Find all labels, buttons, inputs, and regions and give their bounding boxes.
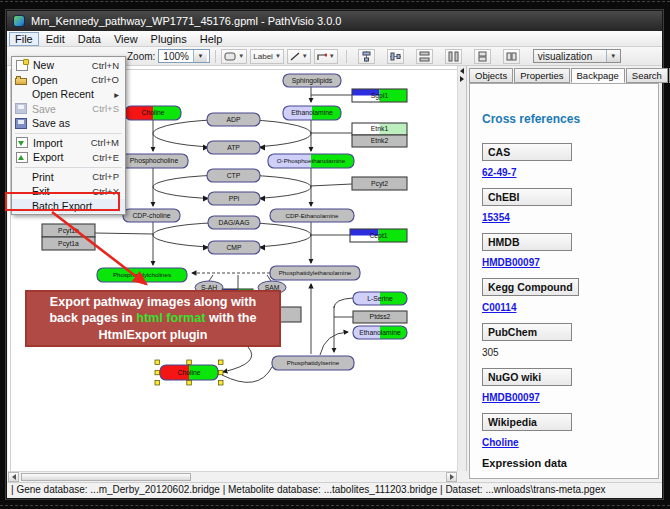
node-phosphatidylethanolamine[interactable]: Phosphatidylethanolamine [270,266,360,280]
submenu-arrow-icon: ▸ [114,89,119,100]
disk-icon [15,118,27,129]
selection-handle[interactable] [155,360,160,365]
xref-link-kegg-compound[interactable]: C00114 [482,302,516,313]
node-phosphatidylserine[interactable]: Phosphatidylserine [272,356,354,370]
node-pcyt1a[interactable]: Pcyt1a [42,237,95,250]
no-icon [15,171,27,182]
tab-backpage[interactable]: Backpage [571,68,625,83]
node-ethanolamine-bottom[interactable]: Ethanolamine [353,326,407,339]
node-cept1[interactable]: Cept1 [350,229,407,242]
menu-edit[interactable]: Edit [40,32,71,46]
node-cmp[interactable]: CMP [208,241,260,254]
node-sphingolipids[interactable]: Sphingolipids [283,74,341,87]
menu-item-export[interactable]: ExportCtrl+E [12,150,125,165]
selection-handle[interactable] [155,381,160,386]
scrollbar-thumb[interactable] [21,473,191,481]
node-sgpl1[interactable]: Sgpl1 [352,89,407,102]
connector-tool-button[interactable]: ▼ [314,49,338,64]
label-tool-button[interactable]: Label ▼ [250,49,284,64]
collapse-left-icon[interactable] [460,68,464,74]
node-ptdss2[interactable]: Ptdss2 [353,311,407,323]
menu-item-print[interactable]: PrintCtrl+P [12,170,125,185]
node-phosphatidylcholines[interactable]: Phosphatidylcholines [97,268,187,282]
pathway-edge [334,298,353,308]
collapse-right-icon[interactable] [460,76,464,82]
line-tool-button[interactable]: ▼ [287,49,311,64]
menu-item-save[interactable]: SaveCtrl+S [12,102,125,117]
selection-handle[interactable] [219,360,224,365]
stack-vertical-button[interactable] [474,49,491,64]
xref-value: 305 [482,347,658,358]
align-middle-button[interactable] [387,49,404,64]
splitter-divider[interactable] [457,66,467,471]
connector-icon [317,52,327,61]
line-icon [290,52,300,61]
node-adp[interactable]: ADP [207,113,260,126]
node-etnk2[interactable]: Etnk2 [352,135,407,147]
selection-handle[interactable] [219,381,224,386]
selection-handle[interactable] [219,370,224,375]
tab-properties[interactable]: Properties [514,68,569,83]
menu-file[interactable]: File [9,32,39,46]
node-ethanolamine-top[interactable]: Ethanolamine [283,106,341,120]
tab-search[interactable]: Search [626,68,668,83]
datanode-tool-button[interactable]: ▼ [221,49,247,64]
selection-handle[interactable] [187,360,192,365]
selection-handle[interactable] [187,381,192,386]
node-ctp[interactable]: CTP [207,169,260,182]
menu-item-new[interactable]: NewCtrl+N [12,58,125,73]
menu-item-label: Save [32,103,56,115]
node-phosphocholine[interactable]: Phosphocholine [120,154,188,168]
zoom-dropdown-icon[interactable]: ▼ [193,50,207,62]
sidebar-panel: ObjectsPropertiesBackpageSearchLegend Cr… [467,66,661,479]
xref-link-wikipedia[interactable]: Choline [482,437,519,448]
xref-link-chebi[interactable]: 15354 [482,212,510,223]
xref-value: Choline [482,437,658,448]
node-cdp-choline[interactable]: CDP-choline [123,209,180,222]
menu-item-save-as[interactable]: Save as [12,116,125,131]
zoom-combobox[interactable]: 100% ▼ [158,49,210,63]
xref-plain-value: 305 [482,347,499,358]
node-label: CMP [226,244,242,251]
node-dag-aag[interactable]: DAG/AAG [208,216,260,229]
align-center-button[interactable] [358,49,375,64]
node-lserine[interactable]: L-Serine [353,292,407,305]
visualization-dropdown-icon[interactable]: ▼ [606,50,620,62]
menu-item-open[interactable]: OpenCtrl+O [12,73,125,88]
stack-horizontal-button[interactable] [503,49,520,64]
menu-item-open-recent[interactable]: Open Recent▸ [12,87,125,102]
scroll-left-icon[interactable] [8,472,19,482]
xref-link-nugo-wiki[interactable]: HMDB00097 [482,392,540,403]
menu-data[interactable]: Data [72,32,107,46]
node-etnk1[interactable]: Etnk1 [352,123,407,135]
title-bar[interactable]: Mm_Kennedy_pathway_WP1771_45176.gpml - P… [7,11,662,31]
xref-link-cas[interactable]: 62-49-7 [482,167,516,178]
tab-objects[interactable]: Objects [469,68,513,83]
horizontal-scrollbar[interactable] [8,471,457,482]
xref-value: HMDB00097 [482,257,658,268]
xref-link-hmdb[interactable]: HMDB00097 [482,257,540,268]
node-pcyt1b[interactable]: Pcyt1b [42,224,95,237]
common-height-button[interactable] [445,49,462,64]
node-atp[interactable]: ATP [207,141,260,154]
menu-item-import[interactable]: ImportCtrl+M [12,136,125,151]
node-pcyt2[interactable]: Pcyt2 [352,177,407,190]
toolbar-separator [346,50,347,63]
xref-title: CAS [482,143,572,161]
scroll-right-icon[interactable] [446,472,457,482]
menu-help[interactable]: Help [194,32,229,46]
node-cdp-ethanolamine[interactable]: CDP-Ethanolamine [270,209,354,222]
toolbar-separator [215,50,216,63]
menu-view[interactable]: View [108,32,144,46]
menu-plugins[interactable]: Plugins [145,32,193,46]
common-width-button[interactable] [416,49,433,64]
node-choline-top[interactable]: Choline [125,106,181,120]
xref-section-cas: CAS62-49-7 [482,142,658,178]
node-o-phosphoethanolamine[interactable]: O-Phosphoethanolamine [268,154,354,168]
selection-handle[interactable] [155,370,160,375]
node-ppi[interactable]: PPi [208,192,260,205]
export-icon [16,152,28,163]
node-choline-selected[interactable]: Choline [155,360,223,385]
pathway-edge [95,233,153,234]
visualization-combobox[interactable]: visualization ▼ [533,49,621,63]
